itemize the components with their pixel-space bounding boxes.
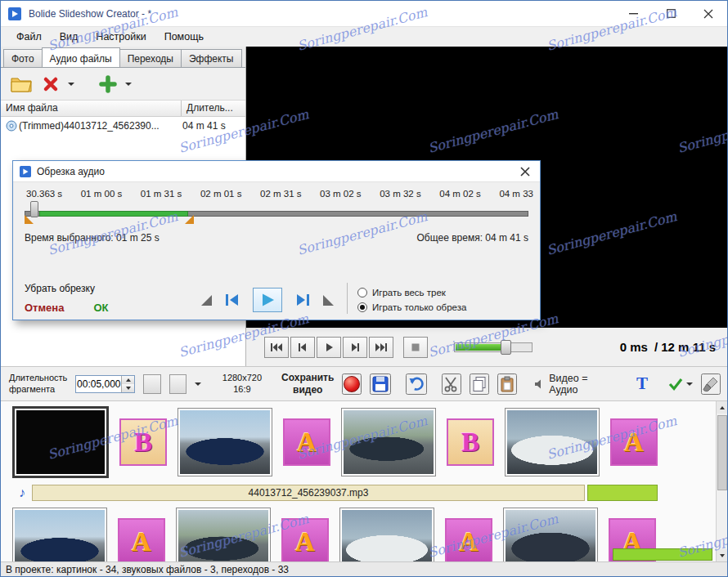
file-row-0[interactable]: (Trimmed)44013712_4562390...04 m 41 s [1,117,245,135]
time-display: 0 ms / 12 m 11 s [620,340,728,354]
play-mode-radios: Играть весь трек Играть только обреза [357,288,466,314]
delete-audio-button[interactable] [38,72,63,96]
record-button[interactable] [342,373,362,395]
color-button-2[interactable] [169,374,186,394]
video-audio-toggle[interactable]: Видео = Аудио [533,373,610,396]
play-button[interactable] [317,337,341,358]
photo-thumb-6[interactable] [505,408,600,476]
close-button[interactable] [690,1,727,26]
photo-thumb-0[interactable] [12,406,109,478]
title-bar: Bolide Slideshow Creator - * [1,1,727,27]
audio-track-bar[interactable]: 44013712_456239037.mp3 [32,485,585,501]
transition-letter: A [459,527,479,557]
delete-dropdown-caret[interactable] [68,83,74,86]
color-button-1[interactable] [143,374,160,394]
radio-icon-checked[interactable] [357,302,367,312]
transition-tile-3[interactable]: A [283,418,330,466]
spin-down-button[interactable] [122,384,134,392]
tab-1[interactable]: Аудио файлы [42,47,120,67]
photo-thumb-2[interactable] [178,408,272,476]
menu-item-0[interactable]: Файл [7,29,51,45]
open-folder-button[interactable] [9,72,34,96]
trim-end-marker[interactable] [185,215,194,224]
undo-button[interactable] [406,373,427,395]
transition-tile-1[interactable]: B [119,418,167,466]
radio-play-full-track[interactable]: Играть весь трек [357,288,466,297]
stop-button[interactable] [403,337,428,358]
menu-item-3[interactable]: Помощь [155,29,213,45]
tab-2[interactable]: Переходы [119,49,182,67]
photo-thumb-0[interactable] [12,508,107,561]
apply-dropdown-caret[interactable] [686,382,693,386]
add-audio-button[interactable] [96,72,120,96]
dialog-title: Обрезка аудио [37,166,105,177]
scroll-up-arrow[interactable] [717,401,728,414]
transition-tile-5[interactable]: B [447,418,494,466]
audio-segment-green-2[interactable] [613,548,712,561]
menu-item-2[interactable]: Настройки [87,29,155,45]
tab-3[interactable]: Эффекты [181,49,242,67]
app-window: Bolide Slideshow Creator - * ФайлВидНаст… [0,0,728,577]
cut-button[interactable] [442,373,461,395]
tick-label-1: 01 m 00 s [81,189,123,199]
text-tool-button[interactable]: T [633,373,651,394]
set-end-marker-icon[interactable] [323,295,334,306]
transition-tile-5[interactable]: A [445,518,492,561]
prev-frame-button[interactable] [290,337,315,358]
trim-start-marker[interactable] [25,215,34,224]
volume-handle[interactable] [501,340,511,355]
dialog-skip-end-button[interactable] [293,290,312,310]
cancel-button[interactable]: Отмена [25,302,64,314]
paste-button[interactable] [497,373,517,395]
dialog-skip-start-button[interactable] [222,290,242,310]
color-dropdown-caret[interactable] [195,382,201,386]
video-audio-label: Видео = Аудио [549,373,610,396]
ok-button[interactable]: ОК [93,302,108,314]
tick-label-7: 04 m 02 s [439,189,481,199]
slider-selected-range[interactable] [39,211,188,217]
spin-up-button[interactable] [122,376,134,384]
photo-thumb-4[interactable] [341,408,436,476]
radio-icon-unchecked[interactable] [357,288,367,297]
fragment-duration-input[interactable] [76,376,121,392]
floppy-icon [371,375,389,393]
photo-thumb-6[interactable] [503,508,598,561]
tab-0[interactable]: Фото [3,49,43,67]
goto-start-button[interactable] [264,337,289,358]
column-filename[interactable]: Имя файла [1,101,182,116]
scrollbar-thumb[interactable] [717,415,727,490]
next-frame-button[interactable] [343,337,367,358]
maximize-button[interactable] [652,1,690,26]
dialog-play-button[interactable] [253,288,282,312]
copy-button[interactable] [470,373,489,395]
storyboard-scrollbar[interactable] [716,401,728,561]
transition-tile-1[interactable]: A [118,518,165,561]
transition-tile-7[interactable]: A [610,418,658,466]
menu-item-1[interactable]: Вид [51,29,88,45]
apply-button[interactable] [667,377,693,391]
transition-tile-3[interactable]: A [281,518,329,561]
trim-slider [25,201,528,226]
time-current: 0 ms [620,340,648,354]
radio-play-trimmed-only[interactable]: Играть только обреза [357,302,466,312]
column-duration[interactable]: Длитель... [182,101,245,116]
dialog-close-icon[interactable] [517,163,533,180]
add-dropdown-caret[interactable] [125,83,132,86]
volume-slider[interactable] [454,342,533,352]
dialog-bottom: Убрать обрезку Отмена ОК Играть весь тре… [25,283,532,314]
minimize-button[interactable] [614,1,652,26]
file-duration: 04 m 41 s [176,120,240,132]
remove-trim-link[interactable]: Убрать обрезку [25,283,178,294]
file-list-headers: Имя файла Длитель... [1,101,245,117]
brush-tool-button[interactable] [701,373,721,395]
goto-end-button[interactable] [369,337,393,358]
audio-track-row: ♪ 44013712_456239037.mp3 [12,484,728,502]
scroll-down-arrow[interactable] [717,549,728,561]
save-video-label[interactable]: Сохранить видео [281,372,334,396]
paste-icon [499,376,515,392]
audio-segment-green[interactable] [587,485,658,501]
save-project-button[interactable] [370,373,391,395]
photo-thumb-2[interactable] [176,508,271,561]
photo-thumb-4[interactable] [339,508,434,561]
set-start-marker-icon[interactable] [201,295,212,306]
